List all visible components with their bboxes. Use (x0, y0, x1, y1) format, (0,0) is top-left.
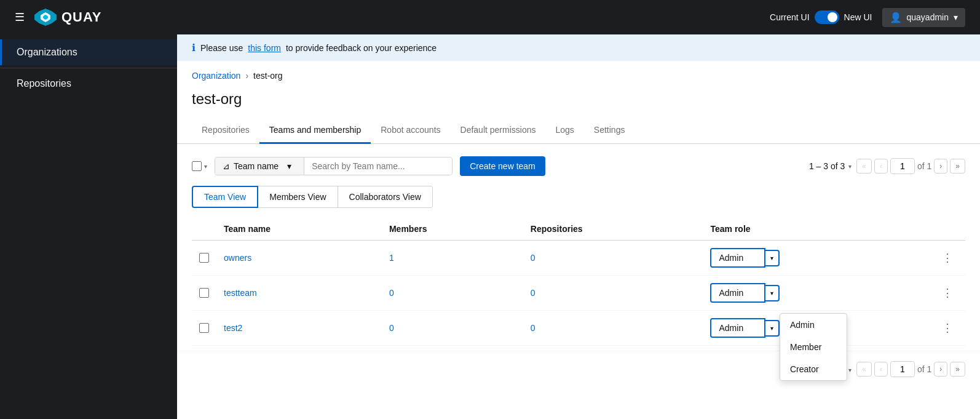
role-select-value-test2[interactable]: Admin (710, 318, 765, 338)
role-option-creator[interactable]: Creator (780, 358, 847, 380)
sidebar-item-label-organizations: Organizations (17, 47, 77, 58)
filter-icon: ⊿ (223, 161, 230, 171)
row-checkbox-test2[interactable] (199, 323, 209, 333)
info-banner-link[interactable]: this form (248, 43, 281, 53)
filter-dropdown-arrow[interactable]: ▾ (282, 161, 296, 171)
role-select-value-owners[interactable]: Admin (710, 248, 765, 268)
breadcrumb-current: test-org (253, 71, 282, 81)
row-kebab-menu-test2[interactable]: ⋮ (937, 319, 958, 337)
team-name-link-owners[interactable]: owners (224, 253, 251, 263)
team-name-link-testteam[interactable]: testteam (224, 288, 257, 298)
col-members: Members (382, 218, 523, 241)
sidebar-item-organizations[interactable]: Organizations (0, 39, 177, 65)
table-row: test2 0 0 Admin ▾ (192, 311, 965, 346)
user-menu[interactable]: 👤 quayadmin ▾ (882, 8, 966, 27)
row-kebab-menu-owners[interactable]: ⋮ (937, 249, 958, 267)
repos-link-testteam[interactable]: 0 (531, 288, 535, 298)
bulk-checkbox[interactable] (192, 161, 202, 171)
row-actions-test2: ⋮ (930, 311, 965, 346)
col-repositories: Repositories (523, 218, 703, 241)
logo-text: QUAY (61, 9, 102, 25)
toolbar: ▾ ⊿ Team name ▾ Create new team 1 – 3 of… (177, 144, 980, 186)
pagination-count-dropdown-bottom[interactable]: ▾ (848, 367, 852, 373)
members-link-owners[interactable]: 1 (389, 253, 394, 263)
pagination-count-dropdown[interactable]: ▾ (848, 163, 852, 170)
role-select-arrow-owners[interactable]: ▾ (765, 250, 780, 266)
row-actions-owners: ⋮ (930, 241, 965, 276)
search-input[interactable] (304, 158, 452, 175)
bulk-select: ▾ (192, 161, 207, 171)
members-view-button[interactable]: Members View (258, 186, 338, 208)
page-input-top[interactable] (890, 158, 915, 174)
row-repos-test2: 0 (523, 311, 703, 346)
team-name-link-test2[interactable]: test2 (224, 323, 242, 333)
members-link-testteam[interactable]: 0 (389, 288, 394, 298)
first-page-button-bottom[interactable]: « (856, 362, 872, 377)
ui-toggle-switch[interactable] (815, 10, 839, 24)
row-role-owners: Admin ▾ (703, 241, 930, 276)
tab-default-permissions[interactable]: Default permissions (451, 118, 546, 144)
pagination-bottom: 1 – 3 of 3 ▾ « ‹ of 1 › » (177, 351, 980, 387)
role-dropdown-menu: Admin Member Creator (780, 313, 847, 381)
role-option-member[interactable]: Member (780, 336, 847, 358)
repos-link-owners[interactable]: 0 (531, 253, 535, 263)
bulk-select-arrow[interactable]: ▾ (204, 163, 207, 170)
page-input-bottom[interactable] (890, 361, 915, 377)
tab-teams[interactable]: Teams and membership (259, 118, 371, 144)
prev-page-button-top[interactable]: ‹ (874, 159, 888, 174)
sidebar-item-label-repositories: Repositories (17, 78, 71, 89)
user-dropdown-arrow: ▾ (954, 12, 958, 22)
sidebar: Organizations Repositories (0, 34, 177, 419)
team-view-button[interactable]: Team View (192, 186, 258, 208)
tabs: Repositories Teams and membership Robot … (177, 118, 980, 144)
last-page-button-bottom[interactable]: » (950, 362, 965, 377)
info-banner-text: Please use (200, 43, 243, 53)
members-link-test2[interactable]: 0 (389, 323, 394, 333)
pagination-nav-top: « ‹ of 1 › » (856, 158, 965, 174)
first-page-button-top[interactable]: « (856, 159, 872, 174)
teams-table-wrap: Team name Members Repositories Team role (177, 218, 980, 346)
filter-group: ⊿ Team name ▾ (215, 157, 452, 175)
row-checkbox-cell-owners (192, 241, 216, 276)
breadcrumb-separator: › (245, 71, 248, 81)
sidebar-item-repositories[interactable]: Repositories (0, 71, 177, 97)
row-kebab-menu-testteam[interactable]: ⋮ (937, 284, 958, 302)
role-select-testteam: Admin ▾ (710, 283, 922, 303)
role-select-arrow-testteam[interactable]: ▾ (765, 285, 780, 301)
next-page-button-top[interactable]: › (934, 159, 947, 174)
info-banner-text-after: to provide feedback on your experience (286, 43, 437, 53)
teams-table: Team name Members Repositories Team role (192, 218, 965, 346)
topbar: ☰ QUAY Current UI New UI 👤 quayadmin ▾ (0, 0, 980, 34)
page-of-label-bottom: of 1 (917, 364, 931, 374)
teams-table-header: Team name Members Repositories Team role (192, 218, 965, 241)
filter-label[interactable]: ⊿ Team name ▾ (215, 158, 304, 175)
row-checkbox-owners[interactable] (199, 253, 209, 263)
pagination-nav-bottom: « ‹ of 1 › » (856, 361, 965, 377)
current-ui-label: Current UI (770, 12, 810, 22)
row-actions-testteam: ⋮ (930, 276, 965, 311)
repos-link-test2[interactable]: 0 (531, 323, 535, 333)
breadcrumb-org-link[interactable]: Organization (192, 71, 240, 81)
pagination-count-top: 1 – 3 of 3 ▾ (809, 161, 852, 171)
app: ☰ QUAY Current UI New UI 👤 quayadmin ▾ (0, 0, 980, 419)
tab-repositories[interactable]: Repositories (192, 118, 259, 144)
table-row: owners 1 0 Admin ▾ (192, 241, 965, 276)
next-page-button-bottom[interactable]: › (934, 362, 947, 377)
tab-logs[interactable]: Logs (545, 118, 583, 144)
role-option-admin[interactable]: Admin (780, 314, 847, 336)
create-new-team-button[interactable]: Create new team (460, 156, 545, 176)
tab-settings[interactable]: Settings (584, 118, 635, 144)
row-checkbox-testteam[interactable] (199, 288, 209, 298)
role-select-value-testteam[interactable]: Admin (710, 283, 765, 303)
row-name-test2: test2 (216, 311, 382, 346)
page-of-label-top: of 1 (917, 161, 931, 171)
collaborators-view-button[interactable]: Collaborators View (338, 186, 433, 208)
role-select-arrow-test2[interactable]: ▾ (765, 320, 780, 337)
col-team-role: Team role (703, 218, 930, 241)
hamburger-icon[interactable]: ☰ (15, 10, 25, 24)
user-icon: 👤 (890, 12, 902, 23)
prev-page-button-bottom[interactable]: ‹ (874, 362, 888, 377)
row-repos-testteam: 0 (523, 276, 703, 311)
tab-robot-accounts[interactable]: Robot accounts (371, 118, 450, 144)
last-page-button-top[interactable]: » (950, 159, 965, 174)
